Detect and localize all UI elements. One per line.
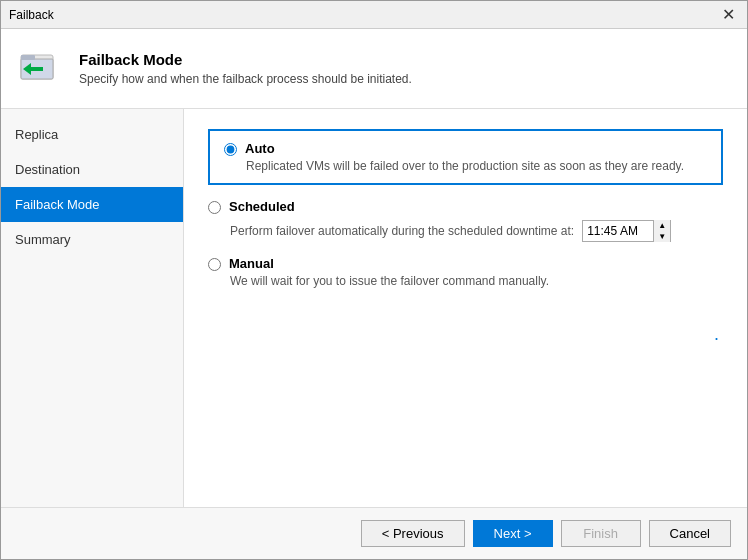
- scheduled-option-box: Scheduled Perform failover automatically…: [208, 199, 723, 242]
- time-input[interactable]: [583, 221, 653, 241]
- time-spinner: ▲ ▼: [653, 220, 670, 242]
- scheduled-radio[interactable]: [208, 201, 221, 214]
- manual-radio[interactable]: [208, 258, 221, 271]
- cancel-button[interactable]: Cancel: [649, 520, 731, 547]
- scheduled-time-row: Perform failover automatically during th…: [230, 220, 723, 242]
- time-input-container: ▲ ▼: [582, 220, 671, 242]
- dot-indicator: ·: [208, 328, 723, 349]
- sidebar-item-replica[interactable]: Replica: [1, 117, 183, 152]
- auto-option-row: Auto: [224, 141, 707, 156]
- header: Failback Mode Specify how and when the f…: [1, 29, 747, 109]
- time-decrement-button[interactable]: ▼: [654, 231, 670, 242]
- header-description: Specify how and when the failback proces…: [79, 72, 412, 86]
- scheduled-desc: Perform failover automatically during th…: [230, 224, 574, 238]
- window: Failback ✕ Failback Mode Specify how and…: [0, 0, 748, 560]
- close-button[interactable]: ✕: [718, 5, 739, 24]
- sidebar-item-failback-mode[interactable]: Failback Mode: [1, 187, 183, 222]
- scheduled-label[interactable]: Scheduled: [229, 199, 295, 214]
- next-button[interactable]: Next >: [473, 520, 553, 547]
- svg-rect-2: [21, 55, 35, 60]
- auto-radio[interactable]: [224, 143, 237, 156]
- header-icon: [17, 45, 65, 93]
- header-title: Failback Mode: [79, 51, 412, 68]
- time-increment-button[interactable]: ▲: [654, 220, 670, 231]
- titlebar: Failback ✕: [1, 1, 747, 29]
- previous-button[interactable]: < Previous: [361, 520, 465, 547]
- footer: < Previous Next > Finish Cancel: [1, 507, 747, 559]
- sidebar: Replica Destination Failback Mode Summar…: [1, 109, 184, 507]
- finish-button[interactable]: Finish: [561, 520, 641, 547]
- scheduled-option-row: Scheduled: [208, 199, 723, 214]
- auto-description: Replicated VMs will be failed over to th…: [246, 159, 707, 173]
- header-text: Failback Mode Specify how and when the f…: [79, 51, 412, 86]
- manual-label[interactable]: Manual: [229, 256, 274, 271]
- sidebar-item-summary[interactable]: Summary: [1, 222, 183, 257]
- sidebar-item-destination[interactable]: Destination: [1, 152, 183, 187]
- auto-option-box: Auto Replicated VMs will be failed over …: [208, 129, 723, 185]
- manual-option-row: Manual: [208, 256, 723, 271]
- manual-description: We will wait for you to issue the failov…: [230, 274, 723, 288]
- manual-option-box: Manual We will wait for you to issue the…: [208, 256, 723, 288]
- window-title: Failback: [9, 8, 54, 22]
- main-panel: Auto Replicated VMs will be failed over …: [184, 109, 747, 507]
- option-group: Auto Replicated VMs will be failed over …: [208, 129, 723, 288]
- content: Replica Destination Failback Mode Summar…: [1, 109, 747, 507]
- auto-label[interactable]: Auto: [245, 141, 275, 156]
